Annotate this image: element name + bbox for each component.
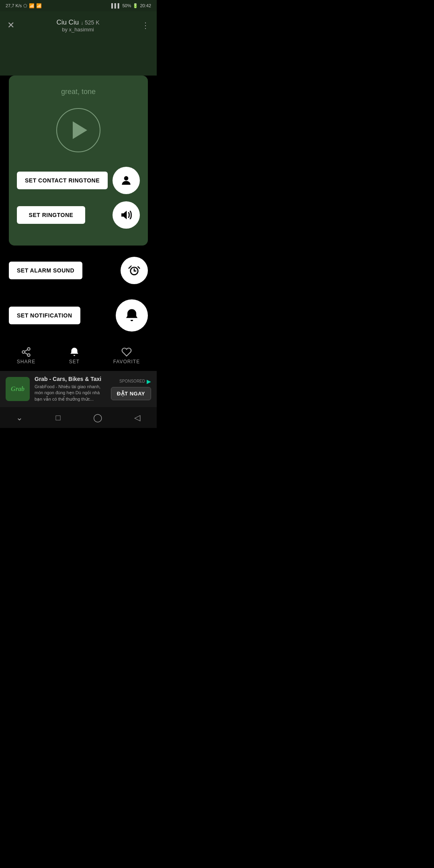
time-display: 20:42 [140,3,151,8]
close-button[interactable]: ✕ [7,20,14,31]
song-title: Ciu Ciu [56,18,79,26]
bottom-action-bar: SHARE SET FAVORITE [0,343,157,371]
speaker-icon [120,209,133,221]
ad-banner: Grab Grab - Cars, Bikes & Taxi GrabFood … [0,371,157,407]
battery-percent: 50% [122,3,131,8]
ad-title: Grab - Cars, Bikes & Taxi [35,376,106,382]
contact-icon-circle[interactable] [113,167,140,194]
nav-home-button[interactable]: ◯ [93,413,102,422]
bell-icon [124,308,139,323]
status-right: ▌▌▌ 50% 🔋 20:42 [111,3,151,8]
title-area: Ciu Ciu ↓ 525 K by x_hasimmi [14,18,141,33]
svg-marker-1 [121,211,127,219]
share-icon [21,347,31,357]
dat-ngay-button[interactable]: ĐẶT NGAY [111,387,151,400]
signal-bars: ▌▌▌ [111,3,121,8]
set-label: SET [69,359,80,364]
main-card: great, tone SET CONTACT RINGTONE SET RIN… [9,76,148,246]
set-ringtone-row: SET RINGTONE [17,201,140,229]
nav-bar: ⌄ □ ◯ ◁ [0,407,157,428]
set-alarm-sound-button[interactable]: SET ALARM SOUND [9,262,82,279]
svg-line-8 [25,353,27,354]
heart-icon [121,347,132,357]
alarm-icon-circle[interactable] [121,257,148,284]
sponsored-label: SPONSORED ▶ [119,378,151,385]
download-icon: ↓ [81,20,85,26]
nav-back-button[interactable]: ◁ [134,413,140,422]
alarm-clock-icon [128,264,141,277]
svg-point-6 [22,351,25,354]
ad-logo: Grab [6,377,30,401]
speed-indicator: 27,7 K/s [6,3,22,8]
favorite-action[interactable]: FAVORITE [113,347,140,364]
set-ringtone-button[interactable]: SET RINGTONE [17,206,85,224]
favorite-label: FAVORITE [113,359,140,364]
svg-line-9 [25,350,27,351]
sponsored-play-icon: ▶ [147,378,151,385]
set-notification-button[interactable]: SET NOTIFICATION [9,307,80,324]
share-action[interactable]: SHARE [17,347,35,364]
play-button[interactable] [56,108,100,152]
wifi-icon: 📶 [36,3,42,8]
notification-icon-circle[interactable] [116,299,148,332]
person-icon [120,174,133,187]
song-size: 525 K [85,19,100,26]
svg-point-0 [124,176,129,180]
set-contact-ringtone-button[interactable]: SET CONTACT RINGTONE [17,172,108,189]
tone-label: great, tone [17,88,140,96]
signal-icon: 📶 [29,3,35,8]
bg-area [0,39,157,76]
song-author: by x_hasimmi [14,27,141,33]
set-action[interactable]: SET [69,347,80,364]
svg-point-5 [27,348,30,350]
top-bar: ✕ Ciu Ciu ↓ 525 K by x_hasimmi ⋮ [0,11,157,39]
outside-area: SET ALARM SOUND SET NOTIFICATION [0,246,157,343]
svg-point-7 [27,354,30,356]
share-label: SHARE [17,359,35,364]
nav-square-button[interactable]: □ [55,413,60,422]
set-bell-icon [69,347,80,357]
battery-icon: 🔋 [133,3,138,8]
nav-down-button[interactable]: ⌄ [16,413,23,422]
set-contact-ringtone-row: SET CONTACT RINGTONE [17,167,140,194]
more-button[interactable]: ⋮ [141,20,149,30]
ad-content: Grab - Cars, Bikes & Taxi GrabFood - Nhi… [35,376,106,402]
set-alarm-sound-row: SET ALARM SOUND [9,246,148,295]
play-area [17,108,140,152]
bluetooth-icon: ⬠ [23,3,27,8]
play-triangle-icon [73,121,87,139]
set-notification-row: SET NOTIFICATION [9,295,148,343]
ad-right: SPONSORED ▶ ĐẶT NGAY [111,378,151,400]
status-bar: 27,7 K/s ⬠ 📶 📶 ▌▌▌ 50% 🔋 20:42 [0,0,157,11]
ringtone-icon-circle[interactable] [113,201,140,229]
ad-description: GrabFood - Nhiều tài giao nhanh, món ngo… [35,384,106,402]
status-left: 27,7 K/s ⬠ 📶 📶 [6,3,42,8]
